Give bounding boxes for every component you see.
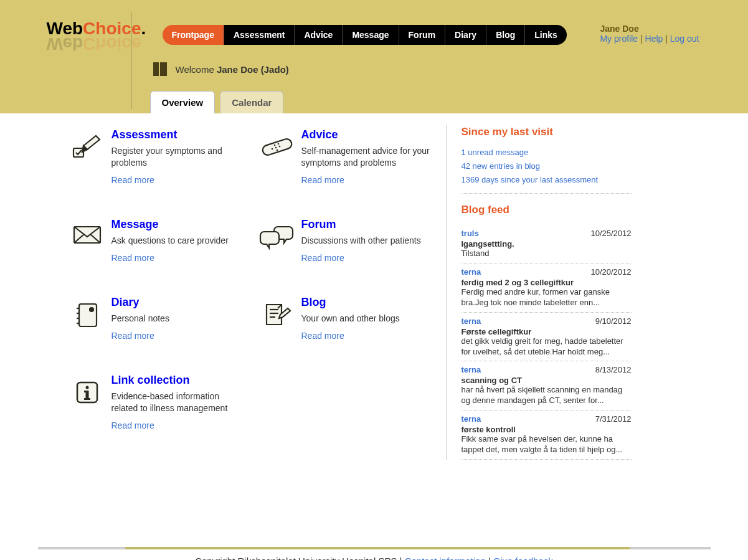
card-advice-readmore[interactable]: Read more [301,175,344,185]
logout-link[interactable]: Log out [670,34,699,44]
banner-separator [131,12,132,109]
card-diary-desc: Personal notes [111,313,247,325]
svg-point-3 [275,147,277,149]
svg-point-5 [273,145,275,146]
envelope-icon [63,218,111,267]
svg-point-7 [276,149,278,151]
card-blog-readmore[interactable]: Read more [301,331,344,341]
feed-item: truls10/25/2012 Igangsettting. Tilstand [462,225,632,263]
top-banner: WebChoice. WebChoice Frontpage Assessmen… [0,0,748,113]
info-icon [63,374,111,435]
footer-sep: | [486,556,493,560]
feed-title: Første cellegiftkur [462,327,632,336]
feed-author[interactable]: terna [462,316,481,326]
feature-cards: Assessment Register your symptoms and pr… [38,125,446,460]
card-assessment: Assessment Register your symptoms and pr… [63,125,253,214]
since-heading: Since my last visit [462,126,632,138]
card-diary-readmore[interactable]: Read more [111,331,154,341]
main-content: Assessment Register your symptoms and pr… [38,113,711,485]
card-forum-readmore[interactable]: Read more [301,253,344,263]
svg-point-2 [271,148,273,150]
nav-diary[interactable]: Diary [445,25,486,45]
feed-author[interactable]: terna [462,365,481,374]
card-assessment-title[interactable]: Assessment [111,128,178,141]
nav-advice[interactable]: Advice [295,25,343,45]
card-blog-desc: Your own and other blogs [301,313,437,325]
card-forum-desc: Discussions with other patients [301,235,437,247]
feed-date: 7/31/2012 [595,414,632,424]
feed-excerpt: Fikk same svar på hevelsen der, kunne ha… [462,434,632,455]
card-assessment-readmore[interactable]: Read more [111,175,154,185]
card-message: Message Ask questions to care provider R… [63,214,253,292]
card-links-title[interactable]: Link collection [111,374,190,386]
welcome-prefix: Welcome [176,64,217,75]
svg-point-6 [277,143,279,145]
nav-forum[interactable]: Forum [399,25,446,45]
user-box: Jane Doe My profile | Help | Log out [600,24,699,44]
since-days-assessment[interactable]: 1369 days since your last assessment [462,175,599,184]
feed-excerpt: Tilstand [462,249,632,259]
nav-blog[interactable]: Blog [486,25,525,45]
nav-assessment[interactable]: Assessment [224,25,295,45]
notebook-icon [63,296,111,345]
feed-date: 8/13/2012 [595,365,632,374]
sidebar: Since my last visit 1 unread message 42 … [446,125,639,460]
nav-frontpage[interactable]: Frontpage [163,25,224,45]
card-blog-title[interactable]: Blog [301,296,326,308]
card-message-readmore[interactable]: Read more [111,253,154,263]
feed-item: terna10/20/2012 ferdig med 2 og 3 celleg… [462,263,632,313]
nav-links[interactable]: Links [525,25,567,45]
my-profile-link[interactable]: My profile [600,34,638,44]
footer: Copyright Rikshospitalet University Hosp… [38,547,711,560]
card-forum: Forum Discussions with other patients Re… [253,214,443,292]
feed-title: ferdig med 2 og 3 cellegiftkur [462,278,632,287]
svg-point-19 [85,386,88,389]
since-unread-message[interactable]: 1 unread message [462,148,529,157]
welcome-name: Jane Doe (Jado) [217,64,289,75]
nav-message[interactable]: Message [343,25,399,45]
card-message-desc: Ask questions to care provider [111,235,247,247]
help-link[interactable]: Help [645,34,663,44]
card-message-title[interactable]: Message [111,218,159,230]
card-advice: Advice Self-management advice for your s… [253,125,443,214]
feed-author[interactable]: terna [462,267,481,277]
svg-rect-22 [84,391,88,392]
card-blog: Blog Your own and other blogs Read more [253,292,443,370]
feed-excerpt: har nå hvert på skjellett scanning en ma… [462,385,632,406]
bandage-icon [253,128,301,189]
footer-feedback-link[interactable]: Give feedback [493,556,553,560]
card-advice-title[interactable]: Advice [301,128,338,141]
feed-excerpt: det gikk veldig greit for meg, hadde tab… [462,336,632,358]
card-assessment-desc: Register your symptoms and problems [111,145,247,169]
feed-item: terna9/10/2012 Første cellegiftkur det g… [462,313,632,362]
svg-point-4 [278,146,280,148]
welcome-line: Welcome Jane Doe (Jado) [153,62,289,76]
blog-feed: Blog feed truls10/25/2012 Igangsettting.… [462,204,632,460]
sidebar-divider [462,193,632,194]
feed-title: scanning og CT [462,376,632,385]
feed-item: terna8/13/2012 scanning og CT har nå hve… [462,361,632,411]
tab-overview[interactable]: Overview [150,91,215,113]
feed-item: terna7/31/2012 første kontroll Fikk same… [462,411,632,460]
tab-calendar[interactable]: Calendar [220,91,283,113]
card-links-readmore[interactable]: Read more [111,420,154,430]
since-new-blog-entries[interactable]: 42 new entries in blog [462,161,540,171]
footer-contact-link[interactable]: Contact information [405,556,486,560]
feed-author[interactable]: truls [462,229,479,238]
feed-title: første kontroll [462,425,632,434]
card-diary-title[interactable]: Diary [111,296,140,308]
welcome-icon [153,62,167,76]
user-name: Jane Doe [600,24,699,34]
feed-date: 10/25/2012 [590,229,631,238]
card-links-desc: Evidence-based information related to il… [111,391,247,414]
pencil-check-icon [63,128,111,189]
speech-bubbles-icon [253,218,301,267]
feed-author[interactable]: terna [462,414,481,424]
footer-bar [38,547,711,549]
svg-rect-1 [261,138,293,156]
primary-nav: Frontpage Assessment Advice Message Foru… [163,25,567,45]
card-link-collection: Link collection Evidence-based informati… [63,370,253,460]
card-forum-title[interactable]: Forum [301,218,336,230]
footer-copy: Copyright Rikshospitalet University Hosp… [195,556,405,560]
svg-point-14 [90,308,93,311]
